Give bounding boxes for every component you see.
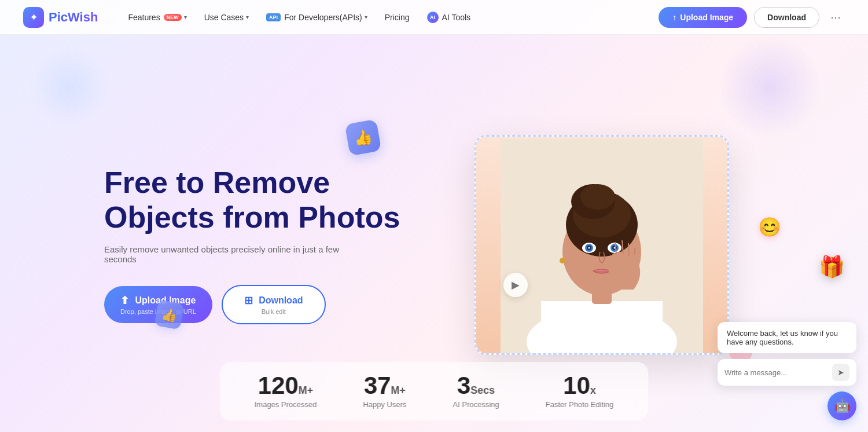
chat-message-input[interactable] (724, 368, 827, 377)
stat-value: 120M+ (255, 374, 317, 398)
thumbs-up-sticker-1: 👍 (345, 119, 382, 156)
hero-download-button[interactable]: ⊞ Download Bulk edit (222, 285, 326, 324)
pricing-label: Pricing (385, 13, 410, 22)
download-btn-row: ⊞ Download (244, 294, 303, 307)
nav-item-pricing[interactable]: Pricing (378, 9, 417, 25)
svg-rect-2 (541, 301, 663, 353)
gift-sticker: 🎁 (819, 255, 845, 279)
ai-badge: AI (427, 12, 439, 23)
hero-content: Free to Remove Objects from Photos Easil… (104, 166, 405, 324)
chat-input-row: ➤ (718, 359, 856, 386)
hero-download-sub: Bulk edit (262, 308, 286, 315)
features-label: Features (128, 13, 160, 22)
woman-portrait-svg (501, 139, 703, 353)
logo-text: PicWish (49, 10, 98, 25)
hero-title-line1: Free to Remove (104, 166, 330, 199)
features-badge: NEW (164, 14, 182, 21)
nav-download-button[interactable]: Download (754, 7, 819, 28)
hero-title-line2: Objects from Photos (104, 200, 400, 234)
photo-container (476, 137, 727, 353)
navbar: ✦ PicWish Features NEW ▾ Use Cases ▾ API… (0, 0, 868, 35)
chat-send-button[interactable]: ➤ (832, 364, 849, 381)
stat-label-images: Images Processed (255, 400, 317, 409)
nav-actions: ↑ Upload Image Download ⋯ (659, 7, 845, 28)
hero-download-label: Download (259, 295, 303, 306)
stat-value: 10x (546, 374, 614, 398)
hero-image-card (475, 135, 729, 355)
chat-avatar-button[interactable]: 🤖 (827, 391, 856, 420)
use-cases-label: Use Cases (204, 13, 244, 22)
stat-label-faster: Faster Photo Editing (546, 400, 614, 409)
logo-icon: ✦ (23, 7, 44, 28)
logo[interactable]: ✦ PicWish (23, 7, 98, 28)
upload-icon: ⬆ (120, 294, 129, 307)
hero-buttons: ⬆ Upload Image Drop, paste image, or URL… (104, 285, 405, 324)
svg-point-8 (580, 184, 615, 210)
stat-label-processing: AI Processing (453, 400, 499, 409)
chat-widget: Welcome back, let us know if you have an… (718, 322, 856, 420)
chevron-down-icon: ▾ (184, 14, 187, 20)
stats-bar: 120M+ Images Processed 37M+ Happy Users … (220, 362, 649, 420)
tools-label: AI Tools (442, 13, 471, 22)
nav-download-label: Download (767, 13, 806, 22)
nav-upload-label: Upload Image (680, 13, 733, 22)
nav-upload-button[interactable]: ↑ Upload Image (659, 7, 747, 28)
hero-subtitle: Easily remove unwanted objects precisely… (104, 244, 359, 264)
hero-title: Free to Remove Objects from Photos (104, 166, 405, 235)
chat-welcome-bubble: Welcome back, let us know if you have an… (718, 322, 856, 353)
stat-label-users: Happy Users (363, 400, 406, 409)
svg-point-21 (560, 258, 565, 263)
chat-welcome-text: Welcome back, let us know if you have an… (727, 329, 838, 346)
nav-item-features[interactable]: Features NEW ▾ (121, 9, 193, 25)
api-badge: API (266, 13, 281, 21)
more-options-button[interactable]: ⋯ (826, 8, 845, 27)
upload-icon: ↑ (672, 13, 676, 22)
stat-faster-editing: 10x Faster Photo Editing (546, 374, 614, 409)
nav-item-tools[interactable]: AI AI Tools (420, 8, 478, 27)
stat-happy-users: 37M+ Happy Users (363, 374, 406, 409)
stat-ai-processing: 3Secs AI Processing (453, 374, 499, 409)
stat-value: 3Secs (453, 374, 499, 398)
chevron-down-icon: ▾ (365, 14, 367, 20)
stat-value: 37M+ (363, 374, 406, 398)
stat-images-processed: 120M+ Images Processed (255, 374, 317, 409)
nav-item-use-cases[interactable]: Use Cases ▾ (197, 9, 256, 25)
svg-line-19 (628, 243, 629, 256)
nav-item-for-developers[interactable]: API For Developers(APIs) ▾ (259, 9, 374, 25)
svg-point-12 (589, 247, 590, 249)
windows-icon: ⊞ (244, 294, 253, 307)
for-developers-label: For Developers(APIs) (284, 13, 362, 22)
chevron-down-icon: ▾ (246, 14, 249, 20)
thumbs-up-sticker-2: 👍 (154, 299, 184, 330)
wink-sticker: 😊 (758, 216, 781, 238)
play-button-sticker[interactable]: ▶ (503, 273, 528, 297)
nav-items: Features NEW ▾ Use Cases ▾ API For Devel… (121, 8, 659, 27)
